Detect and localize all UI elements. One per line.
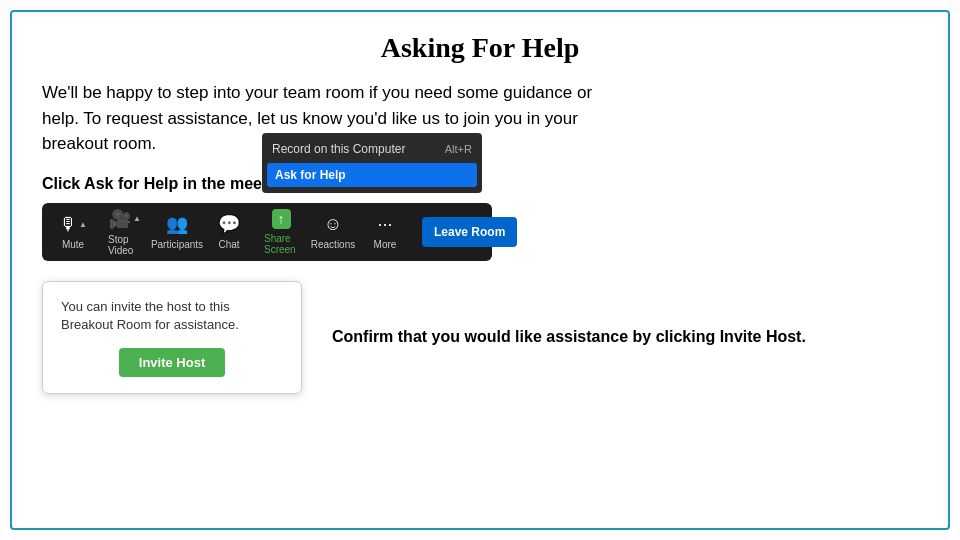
toolbar-reactions[interactable]: ☺ Reactions <box>308 210 358 254</box>
video-icon: 🎥▲ <box>109 208 141 230</box>
share-screen-icon: ↑ <box>272 209 291 229</box>
zoom-toolbar: 🎙▲ Mute 🎥▲ Stop Video 👥 Participants 💬 C… <box>42 203 492 261</box>
more-label: More <box>374 239 397 250</box>
instruction-bold: Ask for Help <box>84 175 178 192</box>
reactions-icon: ☺ <box>324 214 342 235</box>
video-label: Stop Video <box>108 234 142 256</box>
toolbar-mute[interactable]: 🎙▲ Mute <box>48 210 98 254</box>
instruction-prefix: Click <box>42 175 84 192</box>
confirm-prefix: Confirm that you would like assistance b… <box>332 328 720 345</box>
mute-caret: ▲ <box>79 220 87 229</box>
context-askforhelp-label: Ask for Help <box>275 168 346 182</box>
context-menu-record[interactable]: Record on this Computer Alt+R <box>262 137 482 161</box>
more-icon: ··· <box>377 214 392 235</box>
invite-host-button[interactable]: Invite Host <box>119 348 225 377</box>
chat-icon: 💬 <box>218 213 240 235</box>
context-menu-askforhelp[interactable]: Ask for Help <box>267 163 477 187</box>
toolbar-chat[interactable]: 💬 Chat <box>204 209 254 254</box>
confirm-text: Confirm that you would like assistance b… <box>332 325 918 349</box>
toolbar-wrap: Record on this Computer Alt+R Ask for He… <box>42 203 492 261</box>
toolbar-share-screen[interactable]: ↑ Share Screen <box>256 205 306 259</box>
toolbar-video[interactable]: 🎥▲ Stop Video <box>100 204 150 260</box>
invite-dialog-text: You can invite the host to this Breakout… <box>61 298 283 334</box>
context-record-shortcut: Alt+R <box>445 143 472 155</box>
chat-label: Chat <box>218 239 239 250</box>
bottom-area: You can invite the host to this Breakout… <box>42 281 918 394</box>
main-container: Asking For Help We'll be happy to step i… <box>10 10 950 530</box>
left-column: Click Ask for Help in the meeting contro… <box>42 175 502 261</box>
participants-label: Participants <box>151 239 203 250</box>
video-caret: ▲ <box>133 214 141 223</box>
toolbar-participants[interactable]: 👥 Participants <box>152 209 202 254</box>
page-title: Asking For Help <box>42 32 918 64</box>
toolbar-more[interactable]: ··· More <box>360 210 410 254</box>
invite-dialog: You can invite the host to this Breakout… <box>42 281 302 394</box>
mute-label: Mute <box>62 239 84 250</box>
context-record-label: Record on this Computer <box>272 142 405 156</box>
context-menu: Record on this Computer Alt+R Ask for He… <box>262 133 482 193</box>
confirm-bold: Invite Host. <box>720 328 806 345</box>
mute-icon: 🎙▲ <box>59 214 87 235</box>
leave-room-button[interactable]: Leave Room <box>422 217 517 247</box>
reactions-label: Reactions <box>311 239 355 250</box>
content-area: Click Ask for Help in the meeting contro… <box>42 175 918 261</box>
share-screen-label: Share Screen <box>264 233 298 255</box>
participants-icon: 👥 <box>166 213 188 235</box>
